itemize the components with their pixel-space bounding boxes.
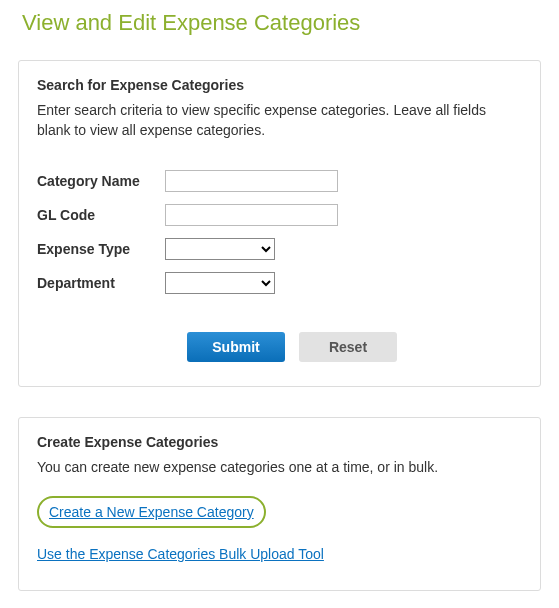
search-panel: Search for Expense Categories Enter sear… bbox=[18, 60, 541, 387]
bulk-upload-link-wrap: Use the Expense Categories Bulk Upload T… bbox=[37, 546, 522, 562]
department-select[interactable] bbox=[165, 272, 275, 294]
create-panel-title: Create Expense Categories bbox=[37, 434, 522, 450]
create-new-link-wrap: Create a New Expense Category bbox=[37, 496, 522, 528]
category-name-row: Category Name bbox=[37, 170, 522, 192]
category-name-input[interactable] bbox=[165, 170, 338, 192]
button-row: Submit Reset bbox=[187, 332, 522, 362]
expense-type-label: Expense Type bbox=[37, 241, 165, 257]
expense-type-row: Expense Type bbox=[37, 238, 522, 260]
gl-code-label: GL Code bbox=[37, 207, 165, 223]
bulk-upload-link[interactable]: Use the Expense Categories Bulk Upload T… bbox=[37, 546, 324, 562]
search-panel-description: Enter search criteria to view specific e… bbox=[37, 101, 522, 140]
gl-code-row: GL Code bbox=[37, 204, 522, 226]
page-title: View and Edit Expense Categories bbox=[22, 10, 559, 36]
create-new-link[interactable]: Create a New Expense Category bbox=[49, 504, 254, 520]
create-panel: Create Expense Categories You can create… bbox=[18, 417, 541, 591]
highlight-oval: Create a New Expense Category bbox=[37, 496, 266, 528]
gl-code-input[interactable] bbox=[165, 204, 338, 226]
submit-button[interactable]: Submit bbox=[187, 332, 285, 362]
create-panel-description: You can create new expense categories on… bbox=[37, 458, 522, 478]
search-panel-title: Search for Expense Categories bbox=[37, 77, 522, 93]
department-label: Department bbox=[37, 275, 165, 291]
category-name-label: Category Name bbox=[37, 173, 165, 189]
reset-button[interactable]: Reset bbox=[299, 332, 397, 362]
expense-type-select[interactable] bbox=[165, 238, 275, 260]
department-row: Department bbox=[37, 272, 522, 294]
